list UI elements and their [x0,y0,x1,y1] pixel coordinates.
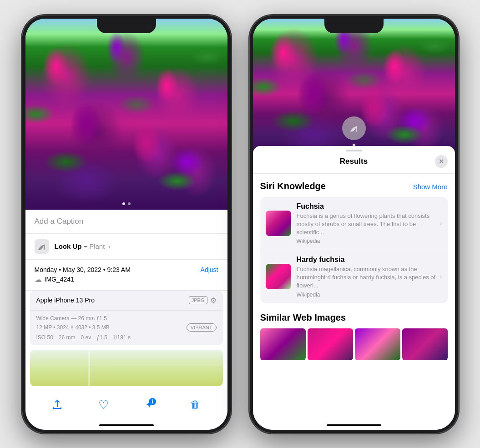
filename: IMG_4241 [45,276,74,283]
filename-row: ☁ IMG_4241 [35,275,218,284]
hardy-thumb-image [266,264,291,289]
format-badges: JPEG ⚙ [189,296,217,305]
web-thumb-3[interactable] [355,328,400,360]
siri-knowledge-title: Siri Knowledge [260,181,326,191]
shutter: 1/181 s [113,334,131,341]
visual-lookup-icon-small [35,239,49,254]
jpeg-badge: JPEG [189,296,207,304]
panel-handle[interactable] [346,150,362,151]
settings-icon[interactable]: ⚙ [210,296,217,305]
info-button[interactable]: ✦ℹ [139,395,159,415]
specs-row: 12 MP • 3024 × 4032 • 3.5 MB VIBRANT [36,323,217,332]
resolution: 12 MP • 3024 × 4032 • 3.5 MB [36,324,110,331]
web-thumb-2[interactable] [308,328,353,360]
notch-2 [324,19,384,33]
dot-1 [122,202,125,205]
map-roads [30,350,223,386]
panel-content: Siri Knowledge Show More Fuchsia Fuchsia… [253,174,455,430]
date-label: Monday • May 30, 2022 • 9:23 AM [35,266,131,273]
camera-name: Apple iPhone 13 Pro [36,297,95,304]
web-images-grid [260,328,448,360]
lookup-label: Look Up – Plant › [55,242,111,250]
vibrant-badge: VIBRANT [187,323,217,332]
siri-knowledge-header: Siri Knowledge Show More [260,181,448,191]
panel-title: Results [273,157,435,166]
green-leaves [25,19,227,210]
hardy-text: Hardy fuchsia Fuchsia magellanica, commo… [297,256,436,298]
hardy-chevron: › [440,272,442,281]
results-panel: Results ✕ Siri Knowledge Show More [253,146,455,430]
aperture: ƒ1.5 [96,334,107,341]
dot-2 [128,202,131,205]
fuchsia-thumb-image [266,211,291,236]
show-more-button[interactable]: Show More [413,183,448,191]
panel-header: Results ✕ [253,155,455,174]
photo-display[interactable] [25,19,227,210]
phone-2-screen: Results ✕ Siri Knowledge Show More [253,19,455,430]
metadata-section: Monday • May 30, 2022 • 9:23 AM Adjust ☁… [25,260,227,291]
lens-row: Wide Camera — 26 mm ƒ1.5 [36,315,217,322]
exposure: 0 ev [81,334,91,341]
map-preview[interactable] [30,350,223,386]
similar-web-images-section: Similar Web Images [260,312,448,360]
adjust-button[interactable]: Adjust [201,266,218,273]
like-button[interactable]: ♡ [93,395,113,415]
fuchsia-source: Wikipedia [297,238,436,244]
lookup-row[interactable]: Look Up – Plant › [25,234,227,260]
share-button[interactable] [47,395,67,415]
fuchsia-desc: Fuchsia is a genus of flowering plants t… [297,212,436,237]
hardy-desc: Fuchsia magellanica, commonly known as t… [297,265,436,290]
notch-1 [97,19,156,33]
hardy-thumbnail [266,264,291,289]
home-indicator-2 [327,424,381,426]
hardy-title: Hardy fuchsia [297,256,436,264]
fuchsia-text: Fuchsia Fuchsia is a genus of flowering … [297,202,436,245]
web-thumb-1[interactable] [260,328,306,360]
fuchsia-title: Fuchsia [297,202,436,211]
camera-header: Apple iPhone 13 Pro JPEG ⚙ [30,291,223,311]
cloud-icon: ☁ [35,275,42,284]
bottom-toolbar: ♡ ✦ℹ 🗑 [25,389,227,430]
caption-placeholder[interactable]: Add a Caption [35,217,84,226]
trash-button[interactable]: 🗑 [185,395,205,415]
lookup-chevron: › [109,243,111,250]
close-button[interactable]: ✕ [435,155,448,168]
phone-1: Add a Caption Look Up – Plant › [22,15,231,433]
hardy-source: Wikipedia [297,292,436,298]
iso: ISO 50 [36,334,53,341]
fuchsia-thumbnail [266,211,291,236]
fuchsia-chevron: › [440,219,442,227]
similar-web-title: Similar Web Images [260,312,346,323]
knowledge-item-hardy[interactable]: Hardy fuchsia Fuchsia magellanica, commo… [260,250,448,303]
knowledge-item-fuchsia[interactable]: Fuchsia Fuchsia is a genus of flowering … [260,197,448,250]
camera-details: Wide Camera — 26 mm ƒ1.5 12 MP • 3024 × … [30,311,223,345]
focal-length: 26 mm [59,334,76,341]
date-row: Monday • May 30, 2022 • 9:23 AM Adjust [35,266,218,273]
phone-1-screen: Add a Caption Look Up – Plant › [25,19,227,430]
knowledge-card: Fuchsia Fuchsia is a genus of flowering … [260,197,448,303]
visual-lookup-button[interactable] [342,116,366,140]
exif-row: ISO 50 26 mm 0 ev ƒ1.5 1/181 s [36,334,217,341]
similar-web-header: Similar Web Images [260,312,448,323]
caption-area[interactable]: Add a Caption [25,210,227,234]
home-indicator-1 [99,424,154,426]
camera-section: Apple iPhone 13 Pro JPEG ⚙ Wide Camera —… [30,291,223,345]
page-indicator [122,202,131,205]
phone-2: Results ✕ Siri Knowledge Show More [249,15,459,433]
web-thumb-4[interactable] [402,328,448,360]
